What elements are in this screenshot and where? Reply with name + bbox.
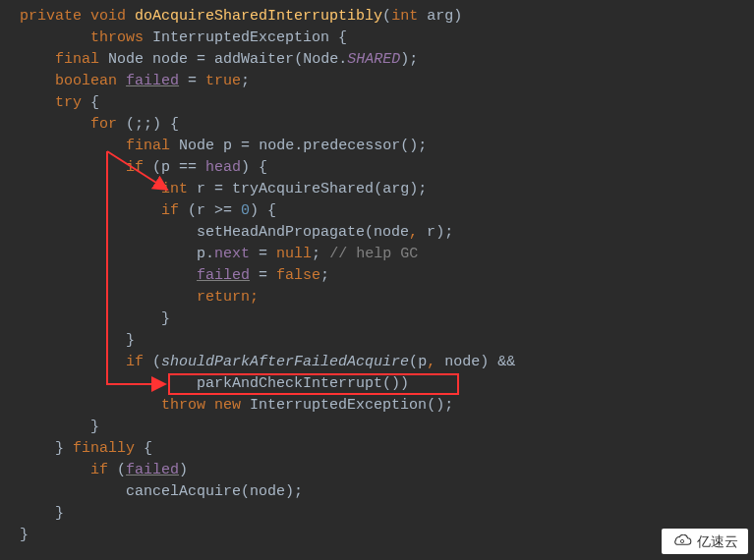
code-line: try { (20, 92, 754, 114)
code-editor: private void doAcquireSharedInterruptibl… (20, 6, 754, 546)
code-line: } (20, 503, 754, 525)
code-line: } (20, 525, 754, 546)
code-line: parkAndCheckInterrupt()) (20, 373, 754, 395)
code-line: } finally { (20, 438, 754, 460)
watermark-text: 亿速云 (697, 531, 738, 552)
code-line: p.next = null; // help GC (20, 244, 754, 265)
code-line: if (p == head) { (20, 157, 754, 179)
code-line: throw new InterruptedException(); (20, 395, 754, 417)
code-line: return; (20, 287, 754, 308)
code-line: if (r >= 0) { (20, 200, 754, 222)
code-line: if (failed) (20, 460, 754, 481)
code-line: for (;;) { (20, 114, 754, 136)
svg-point-2 (680, 539, 683, 542)
code-line: throws InterruptedException { (20, 28, 754, 49)
code-line: cancelAcquire(node); (20, 481, 754, 503)
code-line: failed = false; (20, 265, 754, 287)
code-line: } (20, 308, 754, 330)
code-line: if (shouldParkAfterFailedAcquire(p, node… (20, 352, 754, 373)
code-line: final Node p = node.predecessor(); (20, 136, 754, 157)
watermark-badge: 亿速云 (662, 529, 748, 554)
code-line: private void doAcquireSharedInterruptibl… (20, 6, 754, 28)
code-line: } (20, 330, 754, 352)
code-line: setHeadAndPropagate(node, r); (20, 222, 754, 244)
code-line: } (20, 417, 754, 438)
cloud-icon (671, 534, 693, 548)
code-line: boolean failed = true; (20, 71, 754, 92)
code-line: final Node node = addWaiter(Node.SHARED)… (20, 49, 754, 71)
code-line: int r = tryAcquireShared(arg); (20, 179, 754, 200)
